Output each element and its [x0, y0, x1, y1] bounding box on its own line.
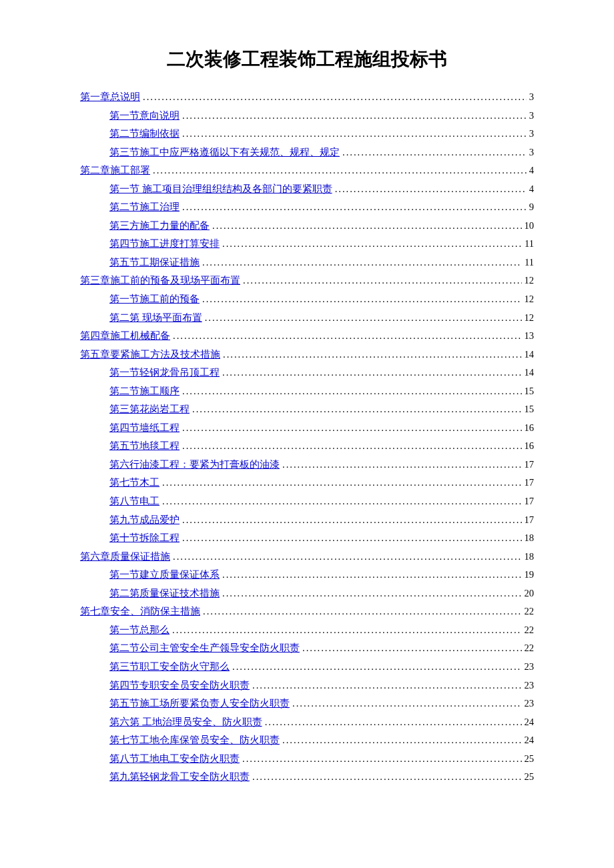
toc-link[interactable]: 第五章要紧施工方法及技术措施	[80, 346, 220, 364]
toc-link[interactable]: 第二第 现场平面布置	[109, 309, 202, 328]
page-title: 二次装修工程装饰工程施组投标书	[80, 47, 534, 72]
toc-leader-dots	[282, 731, 522, 750]
toc-entry: 第九节成品爱护17	[80, 511, 534, 530]
toc-link[interactable]: 第四章施工机械配备	[80, 327, 170, 346]
toc-page-number: 24	[525, 731, 535, 750]
toc-page-number: 4	[529, 161, 534, 180]
toc-leader-dots	[162, 474, 522, 492]
toc-link[interactable]: 第九节成品爱护	[109, 511, 180, 530]
toc-leader-dots	[222, 584, 522, 603]
toc-entry: 第一节建立质量保证体系19	[80, 566, 534, 584]
toc-leader-dots	[182, 511, 522, 530]
toc-leader-dots	[182, 382, 522, 401]
toc-leader-dots	[202, 254, 522, 272]
toc-entry: 第三节施工中应严格遵循以下有关规范、规程、规定3	[80, 143, 534, 162]
toc-link[interactable]: 第二节施工治理	[109, 198, 180, 217]
toc-entry: 第一章总说明3	[80, 88, 534, 107]
toc-link[interactable]: 第五节地毯工程	[109, 437, 180, 456]
toc-link[interactable]: 第三方施工力量的配备	[109, 217, 210, 236]
toc-link[interactable]: 第六第 工地治理员安全、防火职责	[109, 713, 262, 732]
toc-entry: 第一节意向说明3	[80, 107, 534, 125]
toc-link[interactable]: 第一节轻钢龙骨吊顶工程	[109, 364, 220, 382]
toc-leader-dots	[182, 125, 527, 143]
toc-entry: 第六章质量保证措施18	[80, 548, 534, 566]
toc-link[interactable]: 第二第质量保证技术措施	[109, 584, 220, 603]
toc-page-number: 12	[525, 272, 535, 290]
toc-entry: 第五节工期保证措施11	[80, 254, 534, 272]
toc-link[interactable]: 第七节木工	[109, 474, 160, 492]
toc-page-number: 15	[525, 382, 535, 401]
toc-link[interactable]: 第三第花岗岩工程	[109, 400, 190, 419]
toc-leader-dots	[212, 217, 522, 236]
toc-entry: 第八节电工17	[80, 492, 534, 511]
toc-link[interactable]: 第二节公司主管安全生产领导安全防火职责	[109, 639, 300, 658]
toc-link[interactable]: 第一节 施工项目治理组织结构及各部门的要紧职责	[109, 180, 332, 199]
toc-entry: 第七节工地仓库保管员安全、防火职责24	[80, 731, 534, 750]
toc-page-number: 22	[525, 639, 535, 658]
toc-leader-dots	[162, 492, 522, 511]
toc-link[interactable]: 第七节工地仓库保管员安全、防火职责	[109, 731, 280, 750]
toc-leader-dots	[153, 161, 527, 180]
toc-leader-dots	[205, 309, 522, 328]
toc-page-number: 23	[525, 695, 535, 713]
toc-page-number: 3	[529, 88, 534, 107]
toc-page-number: 22	[525, 602, 535, 621]
toc-link[interactable]: 第七章安全、消防保主措施	[80, 602, 200, 621]
toc-page-number: 22	[525, 621, 535, 640]
toc-entry: 第六行油漆工程：要紧为打膏板的油漆17	[80, 456, 534, 474]
toc-leader-dots	[302, 639, 522, 658]
toc-leader-dots	[203, 602, 522, 621]
toc-link[interactable]: 第四节专职安全员安全防火职责	[109, 677, 250, 695]
toc-link[interactable]: 第二节施工顺序	[109, 382, 180, 401]
toc-entry: 第七节木工17	[80, 474, 534, 492]
toc-leader-dots	[265, 713, 522, 732]
toc-entry: 第五章要紧施工方法及技术措施14	[80, 346, 534, 364]
toc-link[interactable]: 第一章总说明	[80, 88, 140, 107]
table-of-contents: 第一章总说明3第一节意向说明3第二节编制依据3第三节施工中应严格遵循以下有关规范…	[80, 88, 534, 787]
toc-link[interactable]: 第三节施工中应严格遵循以下有关规范、规程、规定	[109, 143, 340, 162]
toc-entry: 第一节总那么22	[80, 621, 534, 640]
toc-leader-dots	[182, 198, 527, 217]
toc-leader-dots	[223, 346, 522, 364]
toc-page-number: 3	[529, 107, 534, 125]
toc-link[interactable]: 第八节电工	[109, 492, 160, 511]
toc-link[interactable]: 第三节职工安全防火守那么	[109, 658, 230, 677]
toc-leader-dots	[222, 566, 522, 584]
toc-page-number: 16	[525, 419, 535, 438]
toc-leader-dots	[232, 658, 522, 677]
toc-link[interactable]: 第六章质量保证措施	[80, 548, 170, 566]
toc-entry: 第三方施工力量的配备10	[80, 217, 534, 236]
toc-link[interactable]: 第十节拆除工程	[109, 529, 180, 548]
toc-page-number: 15	[525, 400, 535, 419]
toc-leader-dots	[182, 437, 522, 456]
toc-entry: 第九第轻钢龙骨工安全防火职责25	[80, 768, 534, 787]
toc-link[interactable]: 第一节意向说明	[109, 107, 180, 125]
toc-entry: 第四节专职安全员安全防火职责23	[80, 677, 534, 695]
toc-leader-dots	[192, 400, 522, 419]
toc-link[interactable]: 第一节建立质量保证体系	[109, 566, 220, 584]
toc-link[interactable]: 第四节墙纸工程	[109, 419, 180, 438]
toc-leader-dots	[143, 88, 527, 107]
toc-entry: 第二第 现场平面布置12	[80, 309, 534, 328]
toc-leader-dots	[182, 107, 527, 125]
toc-link[interactable]: 第四节施工进度打算安排	[109, 235, 220, 254]
toc-page-number: 17	[525, 456, 535, 474]
toc-page-number: 24	[525, 713, 535, 732]
toc-entry: 第四节施工进度打算安排11	[80, 235, 534, 254]
toc-link[interactable]: 第六行油漆工程：要紧为打膏板的油漆	[109, 456, 280, 474]
toc-page-number: 25	[525, 768, 535, 787]
toc-link[interactable]: 第八节工地电工安全防火职责	[109, 750, 240, 769]
toc-link[interactable]: 第一节总那么	[109, 621, 170, 640]
toc-link[interactable]: 第二章施工部署	[80, 161, 150, 180]
toc-leader-dots	[342, 143, 527, 162]
toc-link[interactable]: 第五节施工场所要紧负责人安全防火职责	[109, 695, 290, 713]
toc-link[interactable]: 第二节编制依据	[109, 125, 180, 143]
toc-link[interactable]: 第三章施工前的预备及现场平面布置	[80, 272, 240, 290]
toc-page-number: 19	[525, 566, 535, 584]
toc-page-number: 12	[525, 290, 535, 309]
toc-page-number: 3	[529, 143, 534, 162]
toc-link[interactable]: 第五节工期保证措施	[109, 254, 200, 272]
toc-page-number: 14	[525, 346, 535, 364]
toc-link[interactable]: 第九第轻钢龙骨工安全防火职责	[109, 768, 250, 787]
toc-link[interactable]: 第一节施工前的预备	[109, 290, 200, 309]
